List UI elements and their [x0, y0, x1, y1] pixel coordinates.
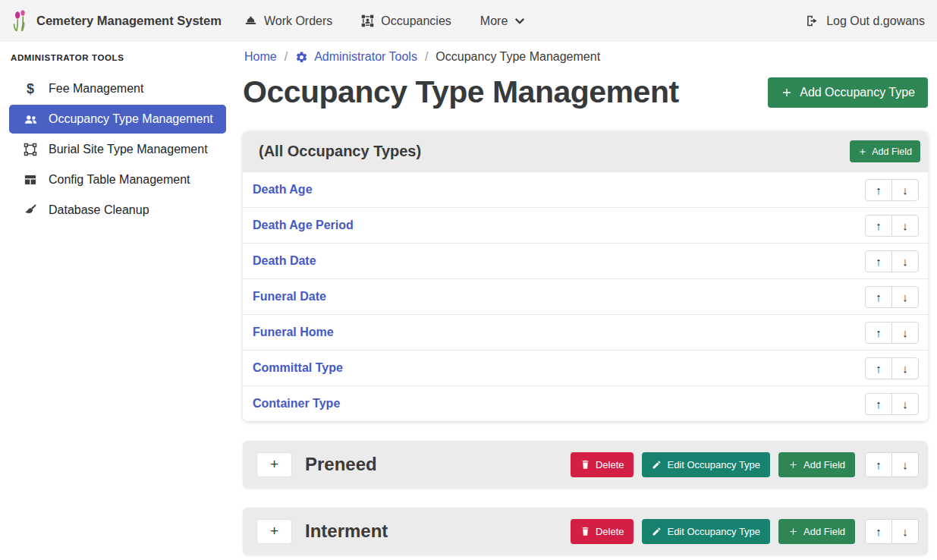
arrow-down-icon: ↓ — [902, 326, 908, 339]
breadcrumb-administrator-tools[interactable]: Administrator Tools — [295, 50, 417, 64]
section-title: Preneed — [305, 454, 377, 475]
move-up-button[interactable]: ↑ — [865, 393, 892, 415]
edit-occupancy-type-button[interactable]: Edit Occupancy Type — [642, 452, 770, 477]
sidebar-item-label: Database Cleanup — [49, 203, 149, 217]
field-row-death-age: Death Age ↑ ↓ — [243, 171, 928, 207]
users-icon — [22, 112, 39, 127]
arrow-up-icon: ↑ — [876, 525, 882, 538]
add-field-button[interactable]: Add Field — [850, 140, 920, 162]
expand-button[interactable]: + — [256, 452, 292, 477]
trash-icon — [580, 460, 590, 470]
arrow-up-icon: ↑ — [876, 184, 882, 197]
move-down-button[interactable]: ↓ — [891, 452, 919, 477]
move-up-button[interactable]: ↑ — [865, 322, 892, 344]
plus-icon — [788, 527, 798, 536]
move-up-button[interactable]: ↑ — [865, 357, 892, 379]
sidebar-item-config-table-management[interactable]: Config Table Management — [9, 165, 226, 194]
arrow-down-icon: ↓ — [902, 291, 908, 304]
move-down-button[interactable]: ↓ — [891, 215, 919, 237]
move-up-button[interactable]: ↑ — [865, 179, 892, 201]
arrow-down-icon: ↓ — [902, 219, 908, 232]
hard-hat-icon — [244, 14, 257, 27]
pencil-icon — [652, 460, 662, 470]
move-down-button[interactable]: ↓ — [891, 286, 919, 308]
arrow-up-icon: ↑ — [876, 219, 882, 232]
tulip-logo-icon — [12, 10, 28, 32]
pencil-icon — [652, 527, 662, 536]
breadcrumb-separator: / — [425, 50, 428, 64]
trash-icon — [580, 527, 590, 536]
reorder-buttons: ↑ ↓ — [865, 250, 919, 272]
logout-button[interactable]: Log Out d.gowans — [806, 14, 925, 28]
delete-button[interactable]: Delete — [571, 519, 634, 544]
move-up-button[interactable]: ↑ — [865, 250, 892, 272]
section-interment: + Interment Delete Edit Occupancy Type A… — [243, 508, 928, 555]
top-navbar: Cemetery Management System Work Orders — [0, 0, 937, 42]
field-row-death-age-period: Death Age Period ↑ ↓ — [243, 207, 928, 243]
field-link[interactable]: Funeral Date — [253, 290, 326, 304]
nav-occupancies[interactable]: Occupancies — [361, 14, 451, 28]
sidebar-item-burial-site-type-management[interactable]: Burial Site Type Management — [9, 135, 226, 164]
plus-icon: + — [270, 523, 278, 540]
plus-icon — [858, 147, 867, 156]
chevron-down-icon — [514, 17, 525, 25]
app-brand[interactable]: Cemetery Management System — [12, 10, 222, 32]
table-icon — [22, 173, 39, 187]
section-preneed: + Preneed Delete Edit Occupancy Type Add — [243, 441, 928, 488]
arrow-up-icon: ↑ — [876, 291, 882, 304]
move-up-button[interactable]: ↑ — [865, 519, 892, 544]
field-link[interactable]: Container Type — [253, 397, 340, 411]
move-up-button[interactable]: ↑ — [865, 286, 892, 308]
breadcrumb-current: Occupancy Type Management — [435, 50, 600, 64]
dollar-sign-icon: $ — [22, 81, 39, 97]
sidebar-item-label: Config Table Management — [49, 173, 190, 187]
field-link[interactable]: Funeral Home — [253, 326, 334, 339]
sidebar-item-database-cleanup[interactable]: Database Cleanup — [9, 196, 226, 225]
arrow-up-icon: ↑ — [876, 398, 882, 411]
vector-square-icon — [22, 143, 39, 156]
move-up-button[interactable]: ↑ — [865, 452, 892, 477]
nav-label: Occupancies — [381, 14, 451, 28]
reorder-buttons: ↑ ↓ — [865, 179, 919, 201]
nav-more[interactable]: More — [480, 14, 525, 28]
all-occupancy-types-header: (All Occupancy Types) Add Field — [243, 131, 928, 171]
field-link[interactable]: Committal Type — [253, 361, 343, 375]
field-link[interactable]: Death Date — [253, 254, 316, 268]
move-down-button[interactable]: ↓ — [891, 393, 919, 415]
breadcrumb-home[interactable]: Home — [244, 50, 277, 64]
arrow-down-icon: ↓ — [902, 458, 908, 471]
logout-label: Log Out d.gowans — [826, 14, 925, 28]
add-field-button[interactable]: Add Field — [778, 452, 855, 477]
arrow-up-icon: ↑ — [876, 362, 882, 375]
add-field-button[interactable]: Add Field — [778, 519, 855, 544]
field-link[interactable]: Death Age Period — [253, 219, 354, 232]
move-down-button[interactable]: ↓ — [891, 519, 919, 544]
plus-icon — [788, 460, 798, 470]
arrow-down-icon: ↓ — [902, 398, 908, 411]
sidebar-item-fee-management[interactable]: $ Fee Management — [9, 74, 226, 103]
reorder-buttons: ↑ ↓ — [865, 215, 919, 237]
reorder-buttons: ↑ ↓ — [865, 452, 919, 477]
add-occupancy-type-button[interactable]: Add Occupancy Type — [768, 77, 928, 108]
arrow-down-icon: ↓ — [902, 184, 908, 197]
field-link[interactable]: Death Age — [253, 183, 313, 197]
sidebar-item-occupancy-type-management[interactable]: Occupancy Type Management — [9, 105, 226, 134]
move-down-button[interactable]: ↓ — [891, 179, 919, 201]
sidebar-header: Administrator Tools — [11, 53, 226, 62]
arrow-up-icon: ↑ — [876, 326, 882, 339]
plus-icon — [781, 87, 793, 99]
move-down-button[interactable]: ↓ — [891, 322, 919, 344]
reorder-buttons: ↑ ↓ — [865, 393, 919, 415]
all-occupancy-types-card: (All Occupancy Types) Add Field Death Ag… — [243, 131, 928, 421]
delete-button[interactable]: Delete — [571, 452, 634, 477]
edit-occupancy-type-button[interactable]: Edit Occupancy Type — [642, 519, 770, 544]
move-up-button[interactable]: ↑ — [865, 215, 892, 237]
arrow-up-icon: ↑ — [876, 255, 882, 268]
move-down-button[interactable]: ↓ — [891, 250, 919, 272]
expand-button[interactable]: + — [256, 519, 292, 544]
arrow-down-icon: ↓ — [902, 362, 908, 375]
nav-work-orders[interactable]: Work Orders — [244, 14, 332, 28]
main-content: Home / Administrator Tools / Occupancy T… — [235, 42, 937, 560]
field-row-committal-type: Committal Type ↑ ↓ — [243, 350, 928, 385]
move-down-button[interactable]: ↓ — [891, 357, 919, 379]
